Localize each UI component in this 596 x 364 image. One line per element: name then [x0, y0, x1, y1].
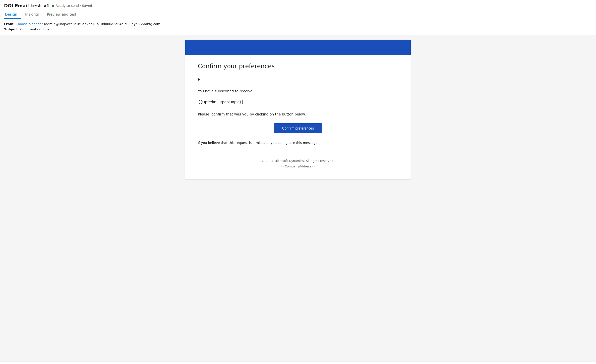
email-header-banner [185, 40, 411, 55]
subject-label: Subject: [4, 27, 19, 31]
email-footer-copyright: © 2024 Microsoft Dynamics. All rights re… [198, 158, 398, 164]
tab-preview-and-test[interactable]: Preview and test [43, 10, 80, 19]
title-row: DOI Email_test_v1 Ready to send · Saved [4, 3, 592, 8]
tab-design[interactable]: Design [4, 10, 21, 19]
subject-value: Confirmation Email [20, 27, 51, 31]
top-bar: DOI Email_test_v1 Ready to send · Saved … [0, 0, 596, 19]
status-indicator: Ready to send · Saved [52, 4, 92, 8]
status-dot [52, 5, 54, 7]
status-text: Ready to send · Saved [55, 4, 92, 8]
tab-insights[interactable]: Insights [21, 10, 43, 19]
email-opted-in-placeholder: {{OptedInPurposeTopic}} [198, 100, 398, 104]
subject-row: Subject: Confirmation Email [4, 27, 592, 32]
from-label: From: [4, 22, 15, 26]
email-footer-address: {{CompanyAddress}} [198, 164, 398, 169]
from-email: (admin@unq5cce3e0c8ac2ed11a10d000d3a64d.… [44, 22, 161, 26]
email-subscribed-text: You have subscribed to receive: [198, 88, 398, 94]
meta-bar: From: Choose a sender (admin@unq5cce3e0c… [0, 19, 596, 35]
page-title: DOI Email_test_v1 [4, 3, 49, 8]
email-body: Confirm your preferences Hi, You have su… [185, 55, 411, 179]
from-row: From: Choose a sender (admin@unq5cce3e0c… [4, 22, 592, 27]
email-confirm-text: Please, confirm that was you by clicking… [198, 111, 398, 117]
main-content: Confirm your preferences Hi, You have su… [0, 35, 596, 361]
email-footer: © 2024 Microsoft Dynamics. All rights re… [198, 158, 398, 169]
email-ignore-text: If you believe that this request is a mi… [198, 140, 398, 145]
email-greeting: Hi, [198, 77, 398, 82]
tabs-nav: Design Insights Preview and test [4, 10, 592, 19]
choose-sender-link[interactable]: Choose a sender [16, 22, 43, 26]
email-preview-wrapper: Confirm your preferences Hi, You have su… [185, 40, 411, 180]
footer-notice: i The design seen by your recipients may… [0, 361, 596, 364]
email-divider [198, 152, 398, 152]
email-heading: Confirm your preferences [198, 63, 398, 70]
confirm-preferences-button[interactable]: Confirm preferences [274, 123, 322, 133]
